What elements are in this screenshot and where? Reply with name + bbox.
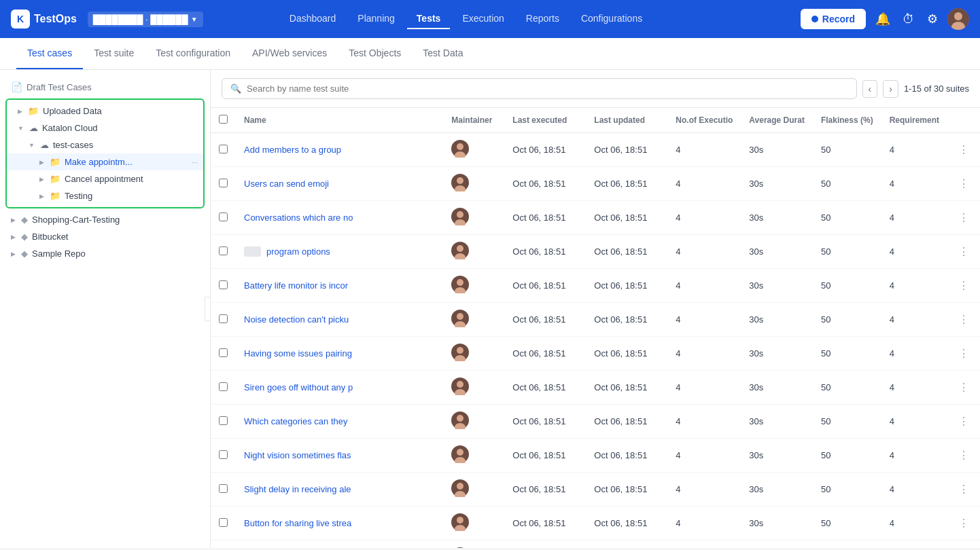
settings-icon[interactable]: ⚙ [924, 9, 941, 29]
sidebar-collapse-button[interactable]: ‹ [205, 297, 211, 321]
row-checkbox[interactable] [219, 246, 228, 255]
row-checkbox[interactable] [219, 145, 228, 153]
row-name-link[interactable]: Conversations which are no [244, 213, 353, 223]
col-header-last-executed[interactable]: Last executed [504, 108, 586, 133]
prev-page-button[interactable]: ‹ [862, 80, 878, 98]
row-name-link[interactable]: Slight delay in receiving ale [244, 484, 351, 494]
sidebar-item-make-appointment[interactable]: ▶ 📁 Make appointm... ··· [7, 153, 203, 170]
sidebar-item-testing[interactable]: ▶ 📁 Testing [7, 187, 203, 204]
row-checkbox-cell[interactable] [211, 269, 236, 303]
nav-planning[interactable]: Planning [348, 9, 404, 29]
row-checkbox[interactable] [219, 179, 228, 187]
row-name-link[interactable]: Button for sharing live strea [244, 518, 351, 528]
row-checkbox-cell[interactable] [211, 303, 236, 337]
row-last-executed: Oct 06, 18:51 [504, 337, 586, 371]
row-checkbox-cell[interactable] [211, 371, 236, 405]
row-actions[interactable]: ⋮ [947, 405, 980, 439]
row-name-link[interactable]: Siren goes off without any p [244, 382, 353, 392]
sidebar-item-cancel-appointment[interactable]: ▶ 📁 Cancel appointment [7, 170, 203, 187]
row-checkbox[interactable] [219, 213, 228, 221]
row-actions[interactable]: ⋮ [947, 133, 980, 167]
row-more-button[interactable]: ⋮ [956, 210, 972, 225]
row-checkbox-cell[interactable] [211, 235, 236, 269]
row-name-link[interactable]: Add members to a group [244, 145, 341, 155]
row-actions[interactable]: ⋮ [947, 167, 980, 201]
row-checkbox[interactable] [219, 280, 228, 289]
sidebar-item-bitbucket[interactable]: ▶ ◆ Bitbucket [5, 228, 205, 245]
row-more-button[interactable]: ⋮ [956, 380, 972, 395]
row-actions[interactable]: ⋮ [947, 371, 980, 405]
sidebar-item-uploaded-data[interactable]: ▶ 📁 Uploaded Data [7, 103, 203, 120]
row-actions[interactable]: ⋮ [947, 303, 980, 337]
nav-tests[interactable]: Tests [407, 9, 451, 29]
row-checkbox-cell[interactable] [211, 405, 236, 439]
row-more-button[interactable]: ⋮ [956, 414, 972, 429]
select-all-header[interactable] [211, 108, 236, 133]
record-button[interactable]: Record [801, 9, 866, 29]
row-actions[interactable]: ⋮ [947, 337, 980, 371]
sidebar-item-shopping-cart[interactable]: ▶ ◆ Shopping-Cart-Testing [5, 211, 205, 228]
tab-test-objects[interactable]: Test Objects [338, 38, 412, 69]
tab-api-web-services[interactable]: API/Web services [241, 38, 338, 69]
sidebar-item-sample-repo[interactable]: ▶ ◆ Sample Repo [5, 245, 205, 262]
row-checkbox-cell[interactable] [211, 540, 236, 549]
row-name-link[interactable]: Noise detection can't picku [244, 314, 349, 325]
row-more-button[interactable]: ⋮ [956, 481, 972, 497]
row-checkbox-cell[interactable] [211, 167, 236, 201]
row-checkbox-cell[interactable] [211, 439, 236, 473]
row-checkbox[interactable] [219, 348, 228, 357]
row-actions[interactable]: ⋮ [947, 235, 980, 269]
row-actions[interactable]: ⋮ [947, 201, 980, 235]
row-more-button[interactable]: ⋮ [956, 447, 972, 463]
project-selector[interactable]: ████████ · ██████ ▼ [88, 12, 203, 27]
row-more-button[interactable]: ⋮ [956, 142, 972, 158]
nav-dashboard[interactable]: Dashboard [280, 9, 346, 29]
more-dots-icon[interactable]: ··· [192, 158, 198, 166]
row-checkbox[interactable] [219, 314, 228, 323]
row-checkbox-cell[interactable] [211, 337, 236, 371]
row-maintainer [443, 269, 504, 303]
row-actions[interactable]: ⋮ [947, 540, 980, 549]
row-checkbox-cell[interactable] [211, 133, 236, 167]
row-checkbox[interactable] [219, 382, 228, 391]
row-name-link[interactable]: Users can send emoji [244, 179, 329, 189]
next-page-button[interactable]: › [883, 80, 898, 98]
row-more-button[interactable]: ⋮ [956, 312, 972, 327]
tab-test-configuration[interactable]: Test configuration [145, 38, 241, 69]
row-checkbox[interactable] [219, 450, 228, 459]
nav-reports[interactable]: Reports [517, 9, 569, 29]
nav-configurations[interactable]: Configurations [572, 9, 652, 29]
row-checkbox[interactable] [219, 518, 228, 527]
sidebar-item-draft[interactable]: 📄 Draft Test Cases [5, 78, 205, 96]
row-checkbox-cell[interactable] [211, 507, 236, 540]
tab-test-data[interactable]: Test Data [412, 38, 474, 69]
nav-execution[interactable]: Execution [453, 9, 513, 29]
row-more-button[interactable]: ⋮ [956, 278, 972, 293]
row-more-button[interactable]: ⋮ [956, 346, 972, 361]
row-name-link[interactable]: Which categories can they [244, 416, 347, 426]
history-icon[interactable]: ⏱ [900, 10, 917, 29]
row-actions[interactable]: ⋮ [947, 473, 980, 507]
row-checkbox[interactable] [219, 484, 228, 493]
sidebar-item-test-cases-folder[interactable]: ▼ ☁ test-cases [7, 136, 203, 153]
user-avatar[interactable] [947, 8, 969, 30]
row-more-button[interactable]: ⋮ [956, 176, 972, 191]
row-actions[interactable]: ⋮ [947, 269, 980, 303]
row-checkbox-cell[interactable] [211, 473, 236, 507]
search-input[interactable] [247, 84, 848, 94]
row-checkbox-cell[interactable] [211, 201, 236, 235]
app-logo[interactable]: K TestOps [11, 10, 77, 29]
row-actions[interactable]: ⋮ [947, 507, 980, 540]
row-name-link[interactable]: Night vision sometimes flas [244, 450, 351, 460]
row-checkbox[interactable] [219, 416, 228, 425]
tab-test-cases[interactable]: Test cases [16, 38, 83, 69]
sidebar-item-katalon-cloud[interactable]: ▼ ☁ Katalon Cloud [7, 120, 203, 136]
row-name-link[interactable]: Having some issues pairing [244, 348, 352, 359]
notifications-icon[interactable]: 🔔 [873, 9, 893, 29]
row-more-button[interactable]: ⋮ [956, 515, 972, 531]
row-actions[interactable]: ⋮ [947, 439, 980, 473]
select-all-checkbox[interactable] [219, 115, 228, 124]
row-more-button[interactable]: ⋮ [956, 244, 972, 259]
row-name-link[interactable]: Battery life monitor is incor [244, 280, 348, 291]
tab-test-suite[interactable]: Test suite [83, 38, 145, 69]
